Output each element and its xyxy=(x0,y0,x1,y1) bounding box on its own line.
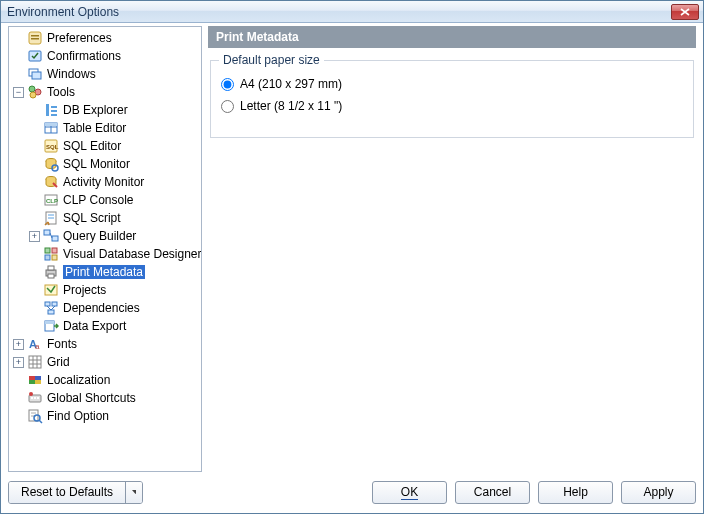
tree-tools[interactable]: −Tools xyxy=(13,83,201,101)
tree-sql-editor[interactable]: SQLSQL Editor xyxy=(29,137,201,155)
tree-find-option[interactable]: Find Option xyxy=(13,407,201,425)
query-builder-icon xyxy=(43,228,59,244)
section-header: Print Metadata xyxy=(208,26,696,48)
expand-icon[interactable]: + xyxy=(13,339,24,350)
tree-db-explorer[interactable]: DB Explorer xyxy=(29,101,201,119)
svg-text:SQL: SQL xyxy=(46,144,59,150)
svg-point-60 xyxy=(29,392,33,396)
svg-text:a: a xyxy=(35,342,40,351)
svg-rect-59 xyxy=(37,397,39,399)
expand-icon[interactable]: + xyxy=(13,357,24,368)
expand-icon[interactable]: + xyxy=(29,231,40,242)
tools-icon xyxy=(27,84,43,100)
tree-query-builder[interactable]: +Query Builder xyxy=(29,227,201,245)
svg-rect-38 xyxy=(45,302,50,306)
svg-rect-2 xyxy=(31,38,39,40)
global-shortcuts-icon xyxy=(27,390,43,406)
cancel-button[interactable]: Cancel xyxy=(455,481,530,504)
ok-button[interactable]: OK xyxy=(372,481,447,504)
svg-rect-36 xyxy=(48,274,54,278)
svg-rect-35 xyxy=(48,266,54,270)
tree-dependencies[interactable]: Dependencies xyxy=(29,299,201,317)
svg-point-6 xyxy=(29,86,35,92)
reset-dropdown[interactable] xyxy=(126,482,142,503)
dependencies-icon xyxy=(43,300,59,316)
svg-rect-31 xyxy=(52,248,57,253)
tree-confirmations[interactable]: Confirmations xyxy=(13,47,201,65)
svg-line-65 xyxy=(39,420,42,423)
radio-letter[interactable]: Letter (8 1/2 x 11 ") xyxy=(221,95,683,117)
tree-table-editor[interactable]: Table Editor xyxy=(29,119,201,137)
svg-rect-9 xyxy=(46,104,49,116)
svg-rect-47 xyxy=(29,356,41,368)
sql-script-icon xyxy=(43,210,59,226)
tree-global-shortcuts[interactable]: Global Shortcuts xyxy=(13,389,201,407)
collapse-icon[interactable]: − xyxy=(13,87,24,98)
projects-icon xyxy=(43,282,59,298)
tree-windows[interactable]: Windows xyxy=(13,65,201,83)
localization-icon xyxy=(27,372,43,388)
tree-localization[interactable]: Localization xyxy=(13,371,201,389)
svg-rect-40 xyxy=(48,310,54,314)
data-export-icon xyxy=(43,318,59,334)
svg-rect-16 xyxy=(45,123,57,126)
tree-sql-monitor[interactable]: SQL Monitor xyxy=(29,155,201,173)
close-button[interactable] xyxy=(671,4,699,20)
svg-rect-32 xyxy=(45,255,50,260)
tree-sql-script[interactable]: SQL Script xyxy=(29,209,201,227)
tree-clp-console[interactable]: CLPCLP Console xyxy=(29,191,201,209)
svg-rect-1 xyxy=(31,35,39,37)
radio-letter-input[interactable] xyxy=(221,100,234,113)
tree-activity-monitor[interactable]: Activity Monitor xyxy=(29,173,201,191)
grid-icon xyxy=(27,354,43,370)
radio-a4-input[interactable] xyxy=(221,78,234,91)
activity-monitor-icon xyxy=(43,174,59,190)
tree-fonts[interactable]: +AaFonts xyxy=(13,335,201,353)
close-icon xyxy=(680,8,690,16)
printer-icon xyxy=(43,264,59,280)
sql-monitor-icon xyxy=(43,156,59,172)
help-button[interactable]: Help xyxy=(538,481,613,504)
tree-projects[interactable]: Projects xyxy=(29,281,201,299)
titlebar: Environment Options xyxy=(1,1,703,23)
svg-rect-10 xyxy=(51,106,57,108)
tree-grid[interactable]: +Grid xyxy=(13,353,201,371)
svg-rect-44 xyxy=(45,321,54,324)
svg-rect-58 xyxy=(34,397,36,399)
svg-line-42 xyxy=(51,306,55,310)
svg-text:CLP: CLP xyxy=(46,198,58,204)
preferences-icon xyxy=(27,30,43,46)
tree-print-metadata[interactable]: Print Metadata xyxy=(29,263,201,281)
radio-a4[interactable]: A4 (210 x 297 mm) xyxy=(221,73,683,95)
radio-a4-label: A4 (210 x 297 mm) xyxy=(240,77,342,91)
sql-editor-icon: SQL xyxy=(43,138,59,154)
confirmations-icon xyxy=(27,48,43,64)
tree-data-export[interactable]: Data Export xyxy=(29,317,201,335)
svg-rect-55 xyxy=(35,380,41,384)
svg-rect-39 xyxy=(52,302,57,306)
svg-rect-12 xyxy=(51,114,57,116)
svg-rect-57 xyxy=(31,397,33,399)
chevron-down-icon xyxy=(132,490,136,494)
apply-button[interactable]: Apply xyxy=(621,481,696,504)
fonts-icon: Aa xyxy=(27,336,43,352)
svg-rect-27 xyxy=(44,230,50,235)
svg-rect-33 xyxy=(52,255,57,260)
table-editor-icon xyxy=(43,120,59,136)
svg-rect-5 xyxy=(32,72,41,79)
svg-point-8 xyxy=(30,92,36,98)
nav-tree[interactable]: Preferences Confirmations Windows −Tools… xyxy=(8,26,202,472)
svg-rect-30 xyxy=(45,248,50,253)
svg-rect-52 xyxy=(29,376,35,380)
svg-rect-11 xyxy=(51,110,57,112)
tree-visual-db-designer[interactable]: Visual Database Designer xyxy=(29,245,201,263)
tree-preferences[interactable]: Preferences xyxy=(13,29,201,47)
svg-line-41 xyxy=(47,306,51,310)
group-title: Default paper size xyxy=(219,53,324,67)
visual-db-designer-icon xyxy=(43,246,59,262)
footer: Reset to Defaults OK Cancel Help Apply xyxy=(8,478,696,506)
find-option-icon xyxy=(27,408,43,424)
reset-main[interactable]: Reset to Defaults xyxy=(9,482,126,503)
svg-rect-54 xyxy=(29,380,35,384)
reset-to-defaults-button[interactable]: Reset to Defaults xyxy=(8,481,143,504)
